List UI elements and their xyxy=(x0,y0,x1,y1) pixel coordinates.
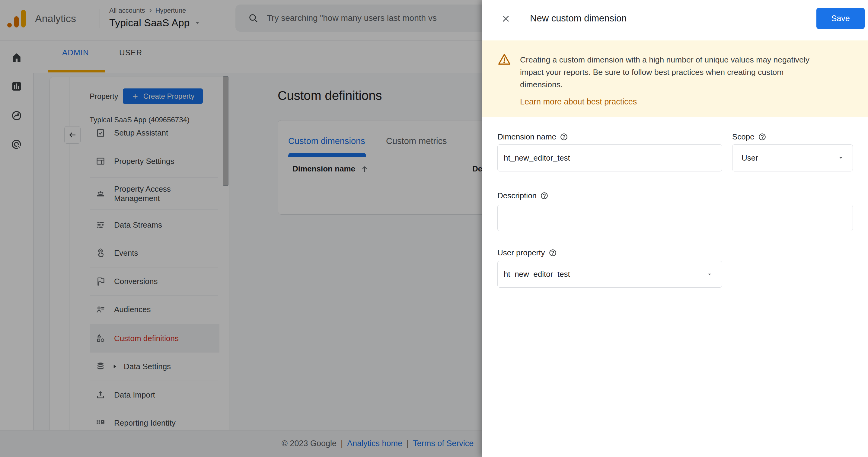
dropdown-caret-icon xyxy=(838,155,844,161)
dimension-name-label: Dimension name xyxy=(497,132,568,142)
best-practices-link[interactable]: Learn more about best practices xyxy=(520,97,637,106)
user-property-value: ht_new_editor_test xyxy=(504,270,570,279)
user-property-select[interactable]: ht_new_editor_test xyxy=(497,261,722,288)
scope-value: User xyxy=(742,153,758,163)
field-label-text: Scope xyxy=(732,132,754,142)
description-input[interactable] xyxy=(497,205,853,231)
scope-label: Scope xyxy=(732,132,766,142)
field-label-text: Description xyxy=(497,191,537,201)
warning-banner: Creating a custom dimension with a high … xyxy=(482,40,868,117)
user-property-label: User property xyxy=(497,248,557,257)
help-icon[interactable] xyxy=(540,192,548,200)
dimension-name-input[interactable] xyxy=(497,144,722,172)
drawer-title: New custom dimension xyxy=(530,13,626,24)
field-label-text: User property xyxy=(497,248,545,257)
help-icon[interactable] xyxy=(758,133,766,141)
description-label: Description xyxy=(497,191,548,201)
field-label-text: Dimension name xyxy=(497,132,556,142)
close-icon[interactable] xyxy=(500,13,511,24)
warning-text: Creating a custom dimension with a high … xyxy=(520,54,852,91)
scope-select[interactable]: User xyxy=(732,144,853,172)
dropdown-caret-icon xyxy=(706,271,713,278)
save-button[interactable]: Save xyxy=(816,8,865,29)
new-custom-dimension-drawer: New custom dimension Save Creating a cus… xyxy=(482,0,868,457)
drawer-header: New custom dimension Save xyxy=(482,0,868,40)
warning-icon xyxy=(497,53,512,66)
help-icon[interactable] xyxy=(560,133,568,141)
help-icon[interactable] xyxy=(549,249,557,257)
